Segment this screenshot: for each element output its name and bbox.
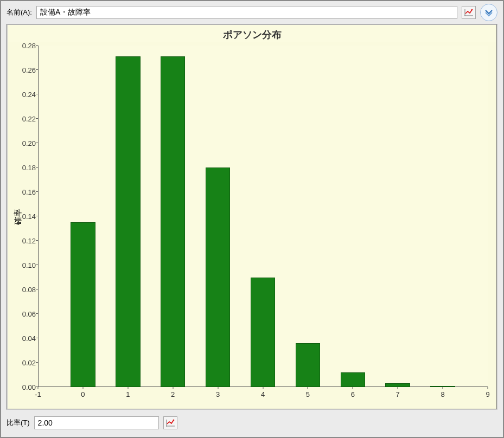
x-tick-label: 0: [81, 390, 85, 398]
y-tick-label: 0.02: [10, 359, 36, 367]
chart-frame: ポアソン分布 確率 0.000.020.040.060.080.100.120.…: [7, 24, 497, 410]
bar: [430, 386, 455, 387]
x-tick-mark: [398, 387, 398, 389]
x-tick-mark: [127, 387, 128, 389]
expand-button[interactable]: [480, 4, 497, 21]
ratio-reset-icon-button[interactable]: [163, 416, 177, 429]
x-tick-label: 9: [486, 390, 489, 398]
svg-point-5: [173, 420, 174, 421]
y-tick-label: 0.04: [10, 334, 36, 343]
name-input[interactable]: [36, 6, 457, 19]
chevron-down-icon: [484, 8, 494, 17]
x-tick-label: 4: [261, 390, 265, 398]
x-tick-label: 1: [126, 390, 130, 398]
name-row: 名前(A):: [7, 4, 497, 21]
x-tick-mark: [353, 387, 353, 389]
bar: [385, 383, 410, 387]
x-tick-mark: [173, 387, 173, 389]
x-tick-label: 2: [171, 390, 175, 398]
coordinate-icon: [165, 418, 175, 427]
x-tick-mark: [488, 387, 488, 389]
ratio-row: 比率(T): [7, 414, 497, 431]
dialog-window: 名前(A): ポアソン分布 確率 0.000.020.040.060.080.1…: [0, 0, 504, 438]
x-tick-label: 7: [396, 390, 400, 398]
y-tick-label: 0.20: [10, 139, 36, 147]
y-tick-label: 0.10: [10, 261, 36, 269]
x-tick-label: 3: [216, 390, 220, 398]
chart-title: ポアソン分布: [8, 25, 496, 42]
bar: [116, 56, 141, 387]
ratio-label: 比率(T): [7, 418, 30, 428]
x-tick-label: 8: [441, 390, 444, 398]
y-tick-label: 0.12: [10, 237, 36, 245]
svg-point-2: [471, 9, 473, 11]
y-tick-label: 0.16: [10, 188, 36, 196]
x-tick-mark: [443, 387, 443, 389]
y-tick-label: 0.08: [10, 286, 36, 294]
coordinate-icon: [464, 8, 474, 17]
bar: [251, 278, 276, 388]
plot-area: 0.000.020.040.060.080.100.120.140.160.18…: [38, 46, 488, 387]
x-tick-label: 5: [306, 390, 310, 398]
reset-icon-button[interactable]: [462, 6, 476, 19]
y-tick-label: 0.00: [10, 383, 36, 391]
bar: [161, 56, 186, 387]
y-tick-label: 0.28: [10, 42, 36, 50]
x-tick-mark: [263, 387, 263, 389]
y-tick-label: 0.14: [10, 212, 36, 221]
bar: [71, 222, 95, 387]
y-tick-label: 0.24: [10, 91, 36, 99]
bar: [296, 343, 321, 387]
y-tick-label: 0.18: [10, 164, 36, 172]
bars-container: [38, 46, 488, 387]
x-tick-mark: [38, 387, 39, 389]
name-label: 名前(A):: [7, 8, 32, 17]
ratio-input[interactable]: [34, 416, 159, 429]
x-tick-mark: [308, 387, 308, 389]
x-tick-label: 6: [351, 390, 355, 398]
x-tick-mark: [218, 387, 218, 389]
bar: [341, 372, 366, 387]
y-tick-label: 0.26: [10, 66, 36, 74]
y-tick-label: 0.06: [10, 310, 36, 318]
x-tick-label: -1: [35, 390, 41, 398]
y-tick-label: 0.22: [10, 115, 36, 123]
x-tick-mark: [82, 387, 83, 389]
bar: [206, 168, 231, 387]
